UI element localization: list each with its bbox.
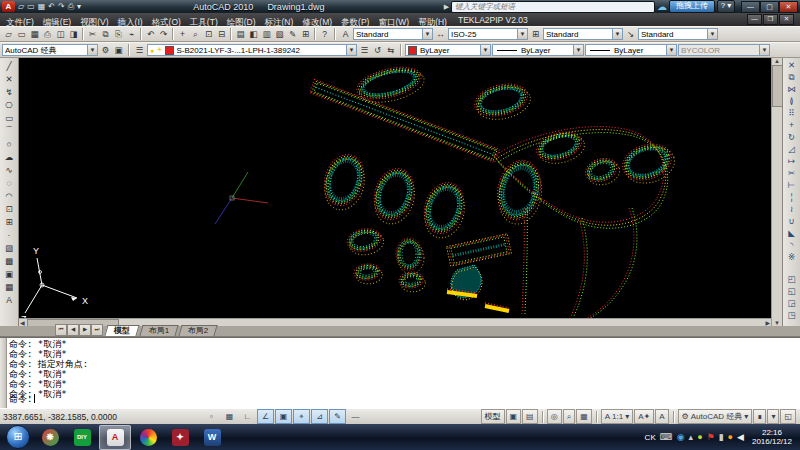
construction-line-icon[interactable]: ✕ [2, 72, 16, 85]
dyn-icon[interactable]: ✎ [329, 409, 346, 424]
tab-layout1[interactable]: 布局1 [139, 325, 179, 336]
coordinates-readout[interactable]: 3387.6651, -382.1585, 0.0000 [3, 412, 203, 422]
steering-wheel-button[interactable]: ◎ [547, 409, 562, 424]
clean-screen-button[interactable]: ◱ [780, 409, 796, 424]
flag-alert-icon[interactable]: ⚑ [707, 432, 715, 442]
tab-layout2[interactable]: 布局2 [179, 325, 219, 336]
layer-properties-icon[interactable]: ☰ [133, 44, 146, 57]
ortho-icon[interactable]: ∟ [239, 409, 256, 424]
taskbar-app-word[interactable]: W [197, 426, 227, 449]
layout-button[interactable]: ▣ [506, 409, 522, 424]
zoom-button[interactable]: ⌕ [563, 409, 575, 424]
chamfer-icon[interactable]: ◣ [785, 227, 799, 239]
workspace-settings-gear-icon[interactable]: ⚙ [99, 44, 112, 57]
design-center-icon[interactable]: ◧ [247, 28, 260, 41]
make-block-icon[interactable]: ⊞ [2, 215, 16, 228]
circle-icon[interactable]: ○ [2, 137, 16, 150]
ellipse-icon[interactable]: ◌ [2, 176, 16, 189]
revcloud-icon[interactable]: ☁ [2, 150, 16, 163]
menu-item[interactable]: 格式(O) [152, 17, 181, 27]
break-point-icon[interactable]: ¦ [785, 191, 799, 203]
input-method-icon[interactable]: ◉ [677, 432, 685, 442]
send-to-back-icon[interactable]: ◱ [785, 285, 799, 297]
save-icon[interactable]: ▦ [28, 28, 41, 41]
scroll-left-icon[interactable]: ◀ [19, 319, 26, 326]
minimize-button[interactable]: — [741, 1, 760, 13]
zoom-realtime-icon[interactable]: ⌕ [189, 28, 202, 41]
menu-item[interactable]: 参数(P) [341, 17, 369, 27]
linetype-select[interactable]: ByLayer▼ [492, 44, 584, 56]
close-button[interactable]: ✕ [779, 1, 798, 13]
table-icon[interactable]: ▦ [2, 280, 16, 293]
taskbar-app-diy-tool[interactable]: DIY [67, 426, 97, 449]
properties-icon[interactable]: ▤ [234, 28, 247, 41]
command-window-grip[interactable] [0, 338, 7, 409]
tool-palettes-icon[interactable]: ▥ [260, 28, 273, 41]
color-select[interactable]: ByLayer▼ [405, 44, 491, 56]
last-tab-icon[interactable]: ⏭ [91, 324, 103, 336]
break-icon[interactable]: ≀ [785, 203, 799, 215]
scale-icon[interactable]: ◿ [785, 143, 799, 155]
insert-block-icon[interactable]: ⊡ [2, 202, 16, 215]
tab-model[interactable]: 模型 [104, 325, 139, 336]
dim-style-select[interactable]: ISO-25▼ [448, 28, 528, 40]
offset-icon[interactable]: ≬ [785, 95, 799, 107]
scroll-right-icon[interactable]: ▶ [764, 319, 771, 326]
model-space-button[interactable]: 模型 [481, 409, 505, 424]
hatch-icon[interactable]: ▨ [2, 241, 16, 254]
bring-above-icon[interactable]: ◲ [785, 297, 799, 309]
taskbar-app-media-app[interactable]: ❋ [35, 426, 65, 449]
keyboard-icon[interactable]: ⌨ [660, 432, 673, 442]
explode-icon[interactable]: ※ [785, 251, 799, 263]
upload-button[interactable]: 拖拽上传 [669, 0, 715, 13]
open-icon[interactable]: ▭ [15, 28, 28, 41]
search-input[interactable] [451, 1, 655, 13]
gradient-icon[interactable]: ▩ [2, 254, 16, 267]
showmotion-button[interactable]: ▦ [576, 409, 592, 424]
tray-expand-icon[interactable]: ▴ [689, 432, 694, 442]
bring-to-front-icon[interactable]: ◰ [785, 273, 799, 285]
lang-indicator[interactable]: CK [645, 433, 656, 442]
layer-states-icon[interactable]: ⇆ [384, 44, 397, 57]
menu-item[interactable]: 视图(V) [80, 17, 108, 27]
workspace-switch-button[interactable]: ⚙ AutoCAD 经典 ▾ [678, 409, 753, 424]
redo-icon[interactable]: ↷ [157, 28, 170, 41]
move-icon[interactable]: + [785, 119, 799, 131]
start-button[interactable]: ⊞ [6, 425, 30, 449]
region-icon[interactable]: ▣ [2, 267, 16, 280]
ducs-icon[interactable]: ⊿ [311, 409, 328, 424]
doc-close-button[interactable]: ✕ [779, 14, 794, 25]
arc-icon[interactable]: ⌒ [2, 124, 16, 137]
polar-icon[interactable]: ∠ [257, 409, 274, 424]
workspace-save-icon[interactable]: ▣ [112, 44, 125, 57]
mtext-icon[interactable]: A [2, 293, 16, 306]
zoom-previous-icon[interactable]: ⊟ [215, 28, 228, 41]
mirror-icon[interactable]: ⋈ [785, 83, 799, 95]
volume-icon[interactable]: ◀ [737, 432, 744, 442]
first-tab-icon[interactable]: ⏮ [55, 324, 67, 336]
copy-clip-icon[interactable]: ⧉ [99, 28, 112, 41]
menu-item[interactable]: 工具(T) [190, 17, 218, 27]
workspace-select[interactable]: AutoCAD 经典▼ [2, 44, 98, 56]
zoom-window-icon[interactable]: ⊡ [202, 28, 215, 41]
taskbar-clock[interactable]: 22:16 2016/12/12 [752, 428, 792, 446]
rotate-icon[interactable]: ↻ [785, 131, 799, 143]
vertical-scrollbar[interactable]: ▲ ▼ [771, 58, 782, 326]
join-icon[interactable]: ∪ [785, 215, 799, 227]
ellipse-arc-icon[interactable]: ◠ [2, 189, 16, 202]
erase-icon[interactable]: ✕ [785, 59, 799, 71]
match-properties-icon[interactable]: ⌁ [125, 28, 138, 41]
otrack-icon[interactable]: ⌖ [293, 409, 310, 424]
help-icon[interactable]: ? [318, 28, 331, 41]
table-style-select[interactable]: Standard▼ [543, 28, 623, 40]
stretch-icon[interactable]: ↦ [785, 155, 799, 167]
quick-calc-icon[interactable]: ⊞ [299, 28, 312, 41]
copy-icon[interactable]: ⧉ [785, 71, 799, 83]
menu-item[interactable]: 文件(F) [6, 17, 34, 27]
table-style-icon[interactable]: ⊞ [529, 28, 542, 41]
plot-icon[interactable]: ⎙ [41, 28, 54, 41]
menu-item[interactable]: 标注(N) [265, 17, 294, 27]
publish-icon[interactable]: ◨ [67, 28, 80, 41]
plot-preview-icon[interactable]: ◫ [54, 28, 67, 41]
taskbar-app-red-suite-app[interactable]: ✦ [165, 426, 195, 449]
